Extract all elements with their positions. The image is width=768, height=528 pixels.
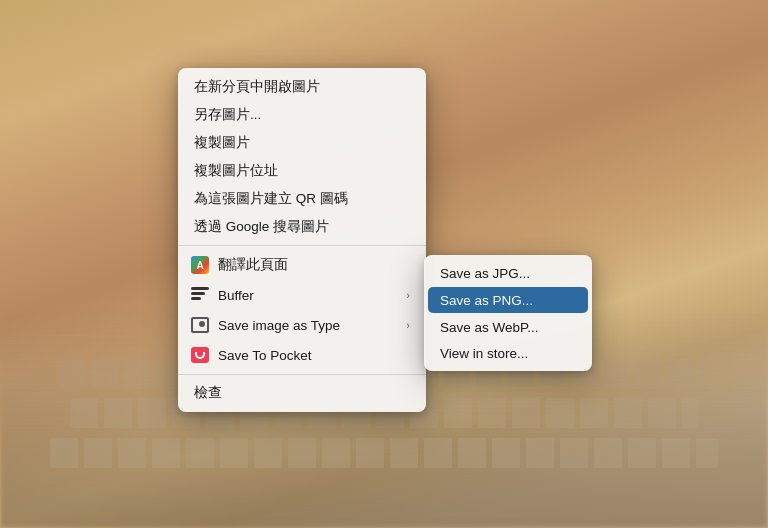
menu-item-qr[interactable]: 為這張圖片建立 QR 圖碼 [178, 185, 426, 213]
context-menu: 在新分頁中開啟圖片 另存圖片... 複製圖片 複製圖片位址 為這張圖片建立 QR… [178, 68, 426, 412]
menu-item-pocket[interactable]: Save To Pocket [178, 340, 426, 370]
submenu-item-png[interactable]: Save as PNG... [428, 287, 588, 313]
menu-item-copy-image[interactable]: 複製圖片 [178, 129, 426, 157]
menu-item-buffer[interactable]: Buffer › [178, 280, 426, 310]
save-image-type-icon [190, 315, 210, 335]
translate-icon: A [190, 255, 210, 275]
menu-item-open-image[interactable]: 在新分頁中開啟圖片 [178, 73, 426, 101]
menu-item-save-image[interactable]: 另存圖片... [178, 101, 426, 129]
buffer-icon [190, 285, 210, 305]
submenu: Save as JPG... Save as PNG... Save as We… [424, 255, 592, 371]
menu-item-save-type[interactable]: Save image as Type › [178, 310, 426, 340]
menu-item-copy-url[interactable]: 複製圖片位址 [178, 157, 426, 185]
submenu-item-webp[interactable]: Save as WebP... [424, 314, 592, 340]
menu-divider-1 [178, 245, 426, 246]
pocket-icon [190, 345, 210, 365]
menu-divider-2 [178, 374, 426, 375]
submenu-item-view-store[interactable]: View in store... [424, 340, 592, 366]
submenu-item-jpg[interactable]: Save as JPG... [424, 260, 592, 286]
menu-item-inspect[interactable]: 檢查 [178, 379, 426, 407]
save-type-arrow-icon: › [406, 319, 410, 331]
keyboard-row-1 [50, 438, 718, 468]
menu-item-search-google[interactable]: 透過 Google 搜尋圖片 [178, 213, 426, 241]
menu-item-translate[interactable]: A 翻譯此頁面 [178, 250, 426, 280]
buffer-arrow-icon: › [406, 289, 410, 301]
